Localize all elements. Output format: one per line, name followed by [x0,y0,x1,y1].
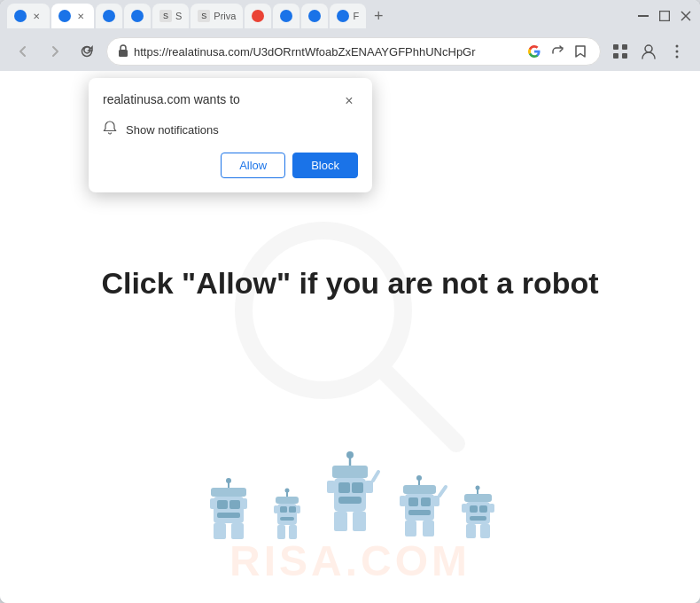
svg-rect-4 [119,50,128,57]
svg-rect-54 [405,521,416,536]
share-icon[interactable] [548,43,566,60]
robot-3 [315,443,385,550]
svg-rect-28 [280,506,287,513]
tab-red[interactable] [245,4,271,28]
svg-rect-1 [660,12,670,21]
svg-point-36 [285,489,290,493]
tab-strip: ✕ ✕ S S S Priva [7,4,633,28]
title-bar: ✕ ✕ S S S Priva [0,0,700,32]
tab-3[interactable] [96,4,122,28]
bookmark-icon[interactable] [572,43,589,60]
svg-rect-29 [289,506,296,513]
tab-8[interactable] [273,4,299,28]
google-icon[interactable] [525,43,543,60]
svg-point-47 [346,451,354,458]
tab-1-close[interactable]: ✕ [30,10,43,22]
lock-icon [118,44,128,59]
svg-rect-30 [280,517,294,521]
svg-point-9 [645,45,652,52]
svg-rect-5 [613,44,618,50]
background-logo [217,204,483,470]
svg-rect-18 [229,500,240,509]
window-controls [636,9,693,23]
svg-rect-15 [211,488,246,497]
profile-button[interactable] [636,39,661,64]
svg-rect-37 [332,466,368,478]
svg-rect-61 [464,494,492,502]
svg-rect-40 [352,482,363,493]
tab-3-favicon [103,10,115,22]
svg-rect-34 [296,505,300,513]
robots-illustration [198,443,502,550]
menu-button[interactable] [665,39,689,64]
svg-rect-22 [210,498,215,509]
svg-rect-20 [214,523,226,539]
svg-point-11 [676,51,679,53]
svg-point-71 [476,486,480,490]
tab-f[interactable]: F [330,4,366,28]
close-button[interactable] [679,9,693,23]
url-icons [525,43,589,60]
tab-2-active[interactable]: ✕ [51,4,94,28]
tab-2-favicon [58,10,71,22]
tab-4[interactable] [124,4,151,28]
svg-rect-55 [423,521,434,536]
robot-5 [454,474,502,550]
captcha-text: Click "Allow" if you are not a robot [101,266,598,301]
minimize-button[interactable] [636,9,650,23]
block-button[interactable]: Block [292,153,358,178]
tab-2-close[interactable]: ✕ [74,10,87,22]
tab-1-favicon [14,10,27,22]
popup-title: realatinusa.com wants to [103,92,240,106]
extensions-button[interactable] [608,39,633,64]
svg-rect-21 [231,523,244,539]
tab-s2[interactable]: S Priva [191,4,243,28]
reload-button[interactable] [74,39,99,64]
svg-rect-65 [470,516,486,521]
tab-s1[interactable]: S S [152,4,189,28]
svg-rect-33 [274,505,278,513]
robot-1 [198,461,260,550]
svg-rect-53 [408,510,431,515]
tab-8-favicon [280,10,292,22]
new-tab-button[interactable]: + [368,5,389,27]
svg-rect-68 [462,504,467,513]
popup-buttons: Allow Block [103,153,358,178]
svg-rect-7 [613,53,618,59]
tab-f-favicon [337,10,349,22]
forward-button[interactable] [43,39,67,64]
popup-header: realatinusa.com wants to × [103,92,358,110]
svg-line-48 [373,472,378,481]
back-button[interactable] [11,39,35,64]
address-bar: https://realatinusa.com/U3dORrntWfoabZxE… [0,32,700,71]
tab-s1-favicon: S [159,10,172,22]
tab-9-favicon [308,10,321,22]
svg-rect-56 [400,496,406,506]
popup-close-button[interactable]: × [340,92,358,110]
svg-rect-0 [638,15,649,17]
tab-9[interactable] [301,4,328,28]
svg-rect-31 [277,525,285,539]
svg-rect-69 [489,504,494,513]
svg-rect-23 [242,498,247,509]
bell-icon [103,121,117,138]
svg-rect-44 [327,481,335,493]
url-bar[interactable]: https://realatinusa.com/U3dORrntWfoabZxE… [106,37,601,66]
svg-rect-26 [276,497,299,504]
restore-button[interactable] [657,9,672,23]
svg-line-14 [385,372,456,443]
svg-rect-8 [622,53,627,59]
notification-label: Show notifications [126,123,219,137]
allow-button[interactable]: Allow [221,153,285,178]
svg-rect-42 [334,512,347,531]
svg-rect-17 [217,500,228,509]
svg-rect-66 [466,524,476,538]
svg-point-12 [676,56,679,59]
svg-rect-63 [470,505,478,513]
robot-2 [265,479,309,550]
svg-rect-62 [466,502,490,524]
tab-1[interactable]: ✕ [7,4,50,28]
svg-rect-52 [421,497,431,506]
svg-point-60 [416,475,422,481]
svg-rect-45 [365,481,373,493]
